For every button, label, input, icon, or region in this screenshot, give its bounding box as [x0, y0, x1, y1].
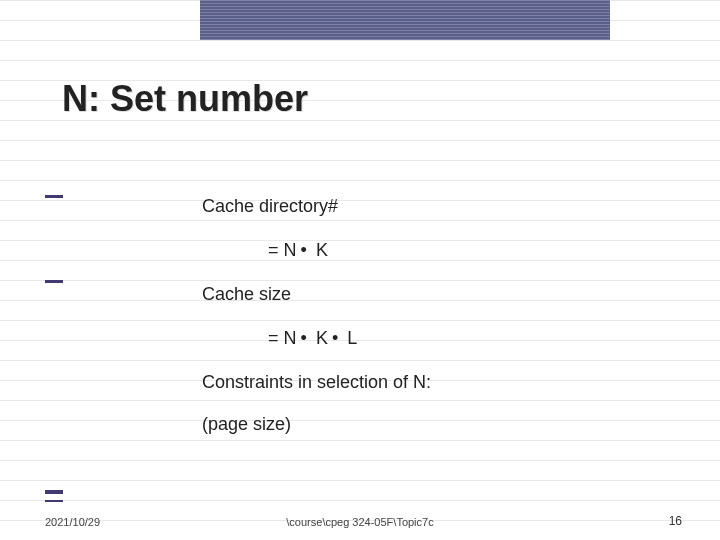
accent-mark [45, 490, 63, 494]
text-eq-nk: = N• K [268, 240, 328, 261]
text-page-size: (page size) [202, 414, 291, 435]
dot-icon: • [297, 240, 311, 261]
slide-title: N: Set number [62, 78, 308, 120]
footer-path: \course\cpeg 324-05F\Topic7c [0, 516, 720, 528]
eq-part: L [342, 328, 357, 348]
accent-mark [45, 195, 63, 198]
text-cache-size: Cache size [202, 284, 291, 305]
eq-part: = N [268, 240, 297, 260]
text-constraints: Constraints in selection of N: [202, 372, 431, 393]
eq-part: = N [268, 328, 297, 348]
dot-icon: • [297, 328, 311, 349]
text-cache-directory: Cache directory# [202, 196, 338, 217]
eq-part: K [311, 328, 328, 348]
eq-part: K [311, 240, 328, 260]
dot-icon: • [328, 328, 342, 349]
text-eq-nkl: = N• K• L [268, 328, 357, 349]
title-banner [200, 0, 610, 40]
accent-mark [45, 500, 63, 502]
accent-mark [45, 280, 63, 283]
footer-page-number: 16 [669, 514, 682, 528]
